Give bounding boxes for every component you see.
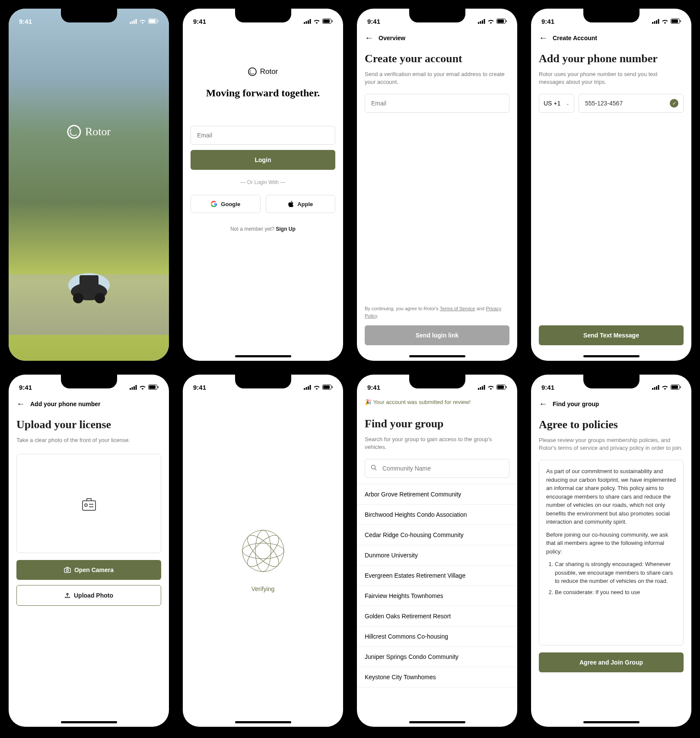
status-icons [478,385,507,390]
svg-rect-68 [654,387,655,390]
svg-rect-18 [332,20,333,22]
svg-rect-4 [80,275,99,286]
home-indicator [235,721,291,723]
svg-rect-33 [130,388,131,390]
community-list-item[interactable]: Keystone City Townhomes [357,667,517,687]
svg-rect-48 [308,386,309,390]
status-time: 9:41 [367,18,380,25]
svg-rect-72 [671,385,678,389]
svg-rect-52 [332,386,333,388]
check-icon: ✓ [670,99,678,108]
community-list-item[interactable]: Hillcrest Commons Co-housing [357,627,517,647]
svg-rect-38 [149,385,156,389]
globe-icon [242,529,285,573]
status-icons [478,19,507,24]
home-indicator [61,721,117,723]
community-search-input[interactable] [365,459,509,478]
community-list-item[interactable]: Juniper Springs Condo Community [357,647,517,667]
svg-rect-19 [478,22,479,24]
status-time: 9:41 [19,384,32,391]
community-list-item[interactable]: Evergreen Estates Retirement Village [357,566,517,586]
status-time: 9:41 [541,384,554,391]
page-title: Add your phone number [539,52,684,65]
splash-background [9,9,169,361]
google-icon [210,200,217,207]
chevron-down-icon: ⌄ [566,101,570,106]
open-camera-button[interactable]: Open Camera [16,560,161,580]
svg-rect-12 [304,22,305,24]
community-list-item[interactable]: Arbor Grove Retirement Community [357,484,517,505]
svg-rect-61 [484,385,485,390]
page-title: Agree to policies [539,418,684,431]
svg-point-65 [372,465,375,469]
back-button[interactable]: ← [539,33,547,43]
back-button[interactable]: ← [365,33,373,43]
country-code-select[interactable]: US +1 ⌄ [539,94,574,113]
svg-rect-22 [484,19,485,24]
community-list-item[interactable]: Cedar Ridge Co-housing Community [357,525,517,545]
terms-link[interactable]: Terms of Service [440,306,475,311]
id-card-icon [80,495,98,512]
signup-prompt: Not a member yet? Sign Up [230,226,296,232]
svg-rect-49 [310,385,311,390]
logo-icon [67,125,81,139]
community-list-item[interactable]: Golden Oaks Retirement Resort [357,606,517,627]
svg-rect-39 [158,386,159,388]
svg-rect-29 [658,19,659,24]
svg-point-57 [243,531,283,571]
community-list-item[interactable]: Birchwood Heights Condo Association [357,505,517,525]
community-list-item[interactable]: Dunmore University [357,545,517,566]
svg-line-66 [375,469,377,471]
svg-point-56 [243,531,283,571]
logo-icon [248,67,257,76]
svg-rect-34 [132,387,133,390]
phone-input[interactable] [579,94,684,113]
svg-rect-15 [310,19,311,24]
svg-rect-24 [497,19,504,23]
email-input[interactable] [191,126,335,145]
signup-link[interactable]: Sign Up [276,226,296,232]
home-indicator [409,721,465,723]
brand-logo: Rotor [248,67,278,76]
send-text-button[interactable]: Send Text Message [539,325,684,345]
status-icons [304,19,333,24]
upload-icon [64,592,70,598]
svg-rect-27 [654,21,655,24]
svg-point-41 [85,504,87,506]
svg-rect-44 [64,568,70,573]
upload-photo-button[interactable]: Upload Photo [16,585,161,606]
license-photo-dropzone[interactable] [16,454,161,553]
nav-title: Create Account [553,35,597,41]
policy-text-box[interactable]: As part of our commitment to sustainabil… [539,460,684,646]
page-title: Create your account [365,52,509,65]
svg-rect-26 [652,22,653,24]
page-subtitle: Send a verification email to your email … [365,70,509,86]
search-icon [371,464,377,472]
back-button[interactable]: ← [539,399,547,409]
login-button[interactable]: Login [191,150,335,170]
page-subtitle: Please review your groups membership pol… [539,436,684,452]
home-indicator [583,721,640,723]
svg-rect-13 [306,21,307,24]
google-login-button[interactable]: Google [191,195,261,213]
svg-rect-73 [680,386,681,388]
status-icons [130,19,159,24]
svg-rect-25 [506,20,507,22]
community-list-item[interactable]: Fairview Heights Townhomes [357,586,517,606]
nav-title: Add your phone number [30,401,101,407]
status-time: 9:41 [541,18,554,25]
status-icons [652,385,681,390]
home-indicator [583,355,640,357]
svg-rect-51 [323,385,330,389]
status-time: 9:41 [193,18,206,25]
back-button[interactable]: ← [16,399,25,409]
agree-join-button[interactable]: Agree and Join Group [539,652,684,672]
brand-name: Rotor [85,125,111,138]
community-list: Arbor Grove Retirement CommunityBirchwoo… [357,484,517,687]
send-login-link-button[interactable]: Send login link [365,325,509,345]
email-input[interactable] [365,94,509,113]
page-subtitle: Search for your group to gain access to … [365,436,509,451]
apple-login-button[interactable]: Apple [266,195,336,213]
svg-rect-8 [136,19,137,24]
svg-rect-64 [506,386,507,388]
